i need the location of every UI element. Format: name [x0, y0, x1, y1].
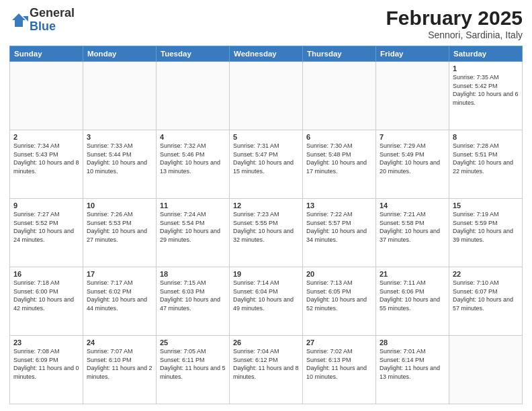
day-number: 18	[160, 270, 226, 278]
calendar-cell: 12Sunrise: 7:23 AM Sunset: 5:55 PM Dayli…	[230, 199, 303, 267]
calendar-cell: 8Sunrise: 7:28 AM Sunset: 5:51 PM Daylig…	[449, 130, 523, 199]
day-number: 23	[13, 338, 79, 347]
calendar-week-row: 9Sunrise: 7:27 AM Sunset: 5:52 PM Daylig…	[10, 199, 523, 267]
calendar-week-row: 2Sunrise: 7:34 AM Sunset: 5:43 PM Daylig…	[10, 130, 523, 199]
day-info: Sunrise: 7:26 AM Sunset: 5:53 PM Dayligh…	[87, 210, 152, 244]
calendar-week-row: 16Sunrise: 7:18 AM Sunset: 6:00 PM Dayli…	[10, 267, 523, 336]
calendar-cell: 22Sunrise: 7:10 AM Sunset: 6:07 PM Dayli…	[449, 267, 523, 336]
calendar-cell	[449, 336, 523, 404]
day-number: 12	[233, 201, 299, 210]
day-number: 15	[453, 201, 519, 210]
day-number: 5	[233, 133, 299, 141]
weekday-header-saturday: Saturday	[449, 46, 523, 62]
day-info: Sunrise: 7:29 AM Sunset: 5:49 PM Dayligh…	[380, 142, 445, 175]
day-number: 19	[233, 270, 299, 278]
calendar-cell: 16Sunrise: 7:18 AM Sunset: 6:00 PM Dayli…	[10, 267, 83, 336]
weekday-header-wednesday: Wednesday	[230, 46, 303, 62]
calendar-table: SundayMondayTuesdayWednesdayThursdayFrid…	[9, 46, 523, 404]
calendar-cell: 25Sunrise: 7:05 AM Sunset: 6:11 PM Dayli…	[157, 336, 230, 404]
day-number: 20	[306, 270, 372, 278]
day-info: Sunrise: 7:34 AM Sunset: 5:43 PM Dayligh…	[13, 142, 79, 175]
day-number: 26	[233, 338, 299, 347]
day-info: Sunrise: 7:18 AM Sunset: 6:00 PM Dayligh…	[13, 279, 79, 312]
day-number: 9	[13, 201, 79, 210]
weekday-header-tuesday: Tuesday	[157, 46, 230, 62]
day-info: Sunrise: 7:01 AM Sunset: 6:14 PM Dayligh…	[380, 347, 445, 381]
day-number: 10	[87, 201, 152, 210]
day-info: Sunrise: 7:07 AM Sunset: 6:10 PM Dayligh…	[87, 347, 152, 381]
day-number: 3	[87, 133, 152, 141]
calendar-cell: 28Sunrise: 7:01 AM Sunset: 6:14 PM Dayli…	[376, 336, 449, 404]
calendar-cell: 15Sunrise: 7:19 AM Sunset: 5:59 PM Dayli…	[449, 199, 523, 267]
calendar-cell	[10, 62, 83, 130]
logo-text: General Blue	[30, 7, 75, 34]
day-info: Sunrise: 7:10 AM Sunset: 6:07 PM Dayligh…	[453, 279, 519, 312]
day-info: Sunrise: 7:33 AM Sunset: 5:44 PM Dayligh…	[87, 142, 152, 175]
logo-general-text: General	[30, 7, 75, 20]
weekday-header-friday: Friday	[376, 46, 449, 62]
calendar-cell: 19Sunrise: 7:14 AM Sunset: 6:04 PM Dayli…	[230, 267, 303, 336]
day-info: Sunrise: 7:31 AM Sunset: 5:47 PM Dayligh…	[233, 142, 299, 175]
calendar-cell: 2Sunrise: 7:34 AM Sunset: 5:43 PM Daylig…	[10, 130, 83, 199]
day-number: 24	[87, 338, 152, 347]
calendar-cell: 13Sunrise: 7:22 AM Sunset: 5:57 PM Dayli…	[303, 199, 376, 267]
title-block: February 2025 Sennori, Sardinia, Italy	[386, 7, 523, 40]
header: General Blue February 2025 Sennori, Sard…	[9, 7, 523, 40]
calendar-cell: 3Sunrise: 7:33 AM Sunset: 5:44 PM Daylig…	[83, 130, 157, 199]
calendar-cell: 17Sunrise: 7:17 AM Sunset: 6:02 PM Dayli…	[83, 267, 157, 336]
day-info: Sunrise: 7:35 AM Sunset: 5:42 PM Dayligh…	[453, 73, 519, 107]
calendar-cell: 27Sunrise: 7:02 AM Sunset: 6:13 PM Dayli…	[303, 336, 376, 404]
calendar-cell: 21Sunrise: 7:11 AM Sunset: 6:06 PM Dayli…	[376, 267, 449, 336]
calendar-cell: 23Sunrise: 7:08 AM Sunset: 6:09 PM Dayli…	[10, 336, 83, 404]
calendar-cell	[83, 62, 157, 130]
day-info: Sunrise: 7:14 AM Sunset: 6:04 PM Dayligh…	[233, 279, 299, 312]
calendar-cell	[157, 62, 230, 130]
day-info: Sunrise: 7:22 AM Sunset: 5:57 PM Dayligh…	[306, 210, 372, 244]
calendar-cell: 6Sunrise: 7:30 AM Sunset: 5:48 PM Daylig…	[303, 130, 376, 199]
day-number: 27	[306, 338, 372, 347]
day-number: 17	[87, 270, 152, 278]
calendar-cell: 26Sunrise: 7:04 AM Sunset: 6:12 PM Dayli…	[230, 336, 303, 404]
day-number: 2	[13, 133, 79, 141]
day-info: Sunrise: 7:04 AM Sunset: 6:12 PM Dayligh…	[233, 347, 299, 381]
logo: General Blue	[9, 7, 75, 34]
calendar-cell: 14Sunrise: 7:21 AM Sunset: 5:58 PM Dayli…	[376, 199, 449, 267]
day-info: Sunrise: 7:32 AM Sunset: 5:46 PM Dayligh…	[160, 142, 226, 175]
weekday-header-sunday: Sunday	[10, 46, 83, 62]
calendar-week-row: 23Sunrise: 7:08 AM Sunset: 6:09 PM Dayli…	[10, 336, 523, 404]
calendar-cell: 1Sunrise: 7:35 AM Sunset: 5:42 PM Daylig…	[449, 62, 523, 130]
calendar-cell: 7Sunrise: 7:29 AM Sunset: 5:49 PM Daylig…	[376, 130, 449, 199]
calendar-cell	[303, 62, 376, 130]
day-info: Sunrise: 7:21 AM Sunset: 5:58 PM Dayligh…	[380, 210, 445, 244]
day-info: Sunrise: 7:15 AM Sunset: 6:03 PM Dayligh…	[160, 279, 226, 312]
calendar-cell: 18Sunrise: 7:15 AM Sunset: 6:03 PM Dayli…	[157, 267, 230, 336]
weekday-header-thursday: Thursday	[303, 46, 376, 62]
calendar-header-row: SundayMondayTuesdayWednesdayThursdayFrid…	[10, 46, 523, 62]
day-number: 4	[160, 133, 226, 141]
day-number: 1	[453, 64, 519, 73]
day-info: Sunrise: 7:23 AM Sunset: 5:55 PM Dayligh…	[233, 210, 299, 244]
day-info: Sunrise: 7:02 AM Sunset: 6:13 PM Dayligh…	[306, 347, 372, 381]
location-title: Sennori, Sardinia, Italy	[386, 30, 523, 40]
day-info: Sunrise: 7:13 AM Sunset: 6:05 PM Dayligh…	[306, 279, 372, 312]
logo-icon	[9, 11, 28, 30]
day-number: 21	[380, 270, 445, 278]
calendar-cell	[230, 62, 303, 130]
calendar-cell: 5Sunrise: 7:31 AM Sunset: 5:47 PM Daylig…	[230, 130, 303, 199]
day-number: 28	[380, 338, 445, 347]
day-number: 16	[13, 270, 79, 278]
calendar-cell: 11Sunrise: 7:24 AM Sunset: 5:54 PM Dayli…	[157, 199, 230, 267]
day-info: Sunrise: 7:17 AM Sunset: 6:02 PM Dayligh…	[87, 279, 152, 312]
day-number: 13	[306, 201, 372, 210]
logo-blue-text: Blue	[30, 20, 75, 34]
weekday-header-monday: Monday	[83, 46, 157, 62]
day-number: 8	[453, 133, 519, 141]
day-info: Sunrise: 7:11 AM Sunset: 6:06 PM Dayligh…	[380, 279, 445, 312]
day-number: 25	[160, 338, 226, 347]
day-info: Sunrise: 7:30 AM Sunset: 5:48 PM Dayligh…	[306, 142, 372, 175]
calendar-cell	[376, 62, 449, 130]
day-info: Sunrise: 7:27 AM Sunset: 5:52 PM Dayligh…	[13, 210, 79, 244]
day-info: Sunrise: 7:05 AM Sunset: 6:11 PM Dayligh…	[160, 347, 226, 381]
calendar-cell: 10Sunrise: 7:26 AM Sunset: 5:53 PM Dayli…	[83, 199, 157, 267]
calendar-cell: 24Sunrise: 7:07 AM Sunset: 6:10 PM Dayli…	[83, 336, 157, 404]
